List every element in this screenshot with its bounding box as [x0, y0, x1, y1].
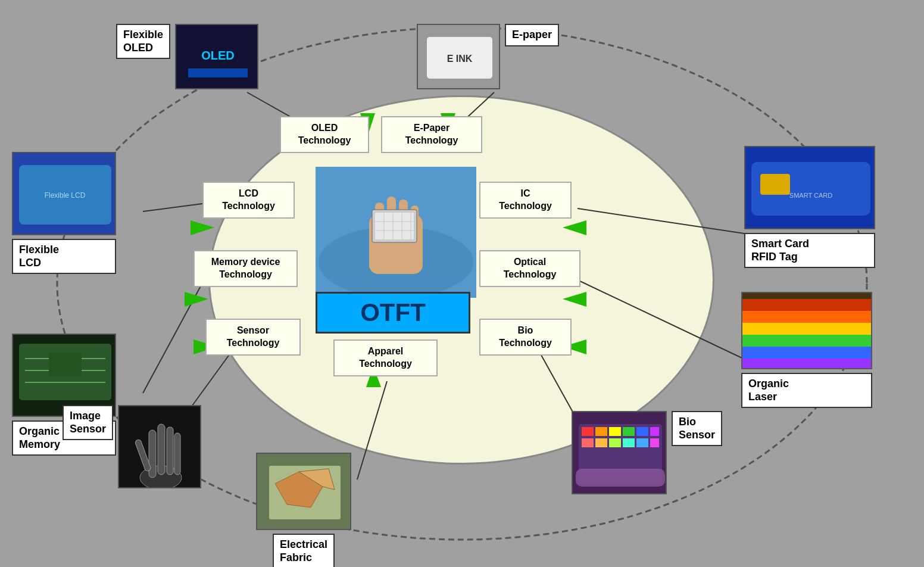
bio-sensor-group: BioSensor [572, 411, 722, 494]
svg-text:Flexible LCD: Flexible LCD [45, 191, 86, 200]
svg-rect-54 [742, 311, 872, 323]
svg-rect-53 [742, 299, 872, 311]
tech-box-oled: OLEDTechnology [280, 116, 369, 153]
svg-marker-11 [191, 220, 214, 235]
svg-rect-62 [158, 424, 165, 475]
svg-rect-72 [582, 427, 594, 436]
tech-box-memory: Memory deviceTechnology [193, 250, 298, 287]
flexible-lcd-image: Flexible LCD [12, 152, 116, 235]
center-chip-image [316, 167, 476, 298]
svg-text:OLED: OLED [201, 49, 235, 62]
tech-box-ic: ICTechnology [479, 182, 572, 219]
svg-rect-81 [623, 438, 635, 447]
flexible-oled-label: FlexibleOLED [116, 24, 170, 59]
tech-box-apparel: ApparelTechnology [333, 339, 438, 376]
electrical-fabric-image [256, 453, 351, 530]
svg-rect-82 [636, 438, 648, 447]
svg-line-3 [143, 202, 211, 211]
epaper-label: E-paper [505, 24, 559, 46]
flexible-lcd-group: Flexible LCD FlexibleLCD [12, 152, 116, 274]
tech-box-optical: OpticalTechnology [479, 250, 580, 287]
svg-rect-76 [636, 427, 648, 436]
svg-rect-64 [174, 433, 180, 475]
svg-rect-61 [149, 430, 156, 478]
epaper-image: E INK [417, 24, 500, 89]
smart-card-group: SMART CARD Smart CardRFID Tag [744, 146, 875, 268]
organic-memory-image [12, 334, 116, 417]
svg-rect-78 [582, 438, 594, 447]
otft-label: OTFT [316, 292, 470, 334]
svg-rect-44 [760, 174, 790, 195]
svg-rect-56 [742, 335, 872, 347]
smart-card-label: Smart CardRFID Tag [744, 233, 875, 268]
svg-rect-79 [595, 438, 607, 447]
image-sensor-image [118, 405, 201, 488]
svg-rect-74 [609, 427, 621, 436]
tech-box-sensor: SensorTechnology [205, 319, 301, 356]
svg-rect-83 [650, 438, 659, 447]
electrical-fabric-group: ElectricalFabric [256, 453, 351, 567]
flexible-lcd-label: FlexibleLCD [12, 239, 116, 274]
tech-box-epaper: E-PaperTechnology [381, 116, 482, 153]
image-sensor-label: ImageSensor [63, 405, 113, 440]
svg-text:E INK: E INK [447, 54, 473, 64]
tech-box-bio: BioTechnology [479, 319, 572, 356]
organic-laser-group: OrganicLaser [741, 292, 872, 408]
bio-sensor-image [572, 411, 667, 494]
svg-rect-26 [375, 213, 414, 239]
svg-rect-73 [595, 427, 607, 436]
svg-rect-80 [609, 438, 621, 447]
svg-rect-35 [188, 68, 248, 77]
svg-text:SMART CARD: SMART CARD [789, 192, 832, 199]
svg-rect-55 [742, 323, 872, 335]
svg-rect-84 [576, 469, 665, 487]
organic-laser-label: OrganicLaser [741, 373, 872, 408]
epaper-group: E INK E-paper [417, 24, 559, 89]
svg-line-5 [143, 283, 202, 393]
organic-laser-image [741, 292, 872, 369]
image-sensor-group: ImageSensor [63, 405, 201, 488]
flexible-oled-image: OLED [175, 24, 258, 89]
flexible-oled-group: FlexibleOLED OLED [116, 24, 258, 89]
svg-marker-13 [185, 292, 208, 307]
svg-rect-58 [742, 359, 872, 369]
svg-rect-77 [650, 427, 659, 436]
tech-box-lcd: LCDTechnology [202, 182, 295, 219]
bio-sensor-label: BioSensor [672, 411, 722, 446]
svg-rect-75 [623, 427, 635, 436]
svg-rect-63 [167, 427, 173, 475]
electrical-fabric-label: ElectricalFabric [273, 534, 335, 567]
svg-rect-57 [742, 347, 872, 359]
smart-card-image: SMART CARD [744, 146, 875, 229]
svg-rect-51 [49, 353, 82, 376]
